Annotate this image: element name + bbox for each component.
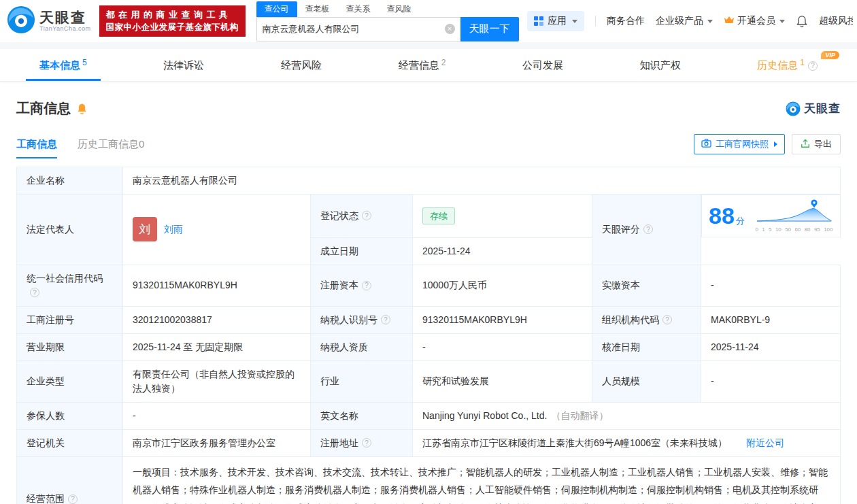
- tianyancha-logo[interactable]: 天眼查 TianYanCha.com: [7, 5, 91, 37]
- nav-enterprise[interactable]: 企业级产品: [656, 15, 713, 27]
- field-value-industry: 研究和试验发展: [413, 360, 592, 402]
- help-icon[interactable]: [30, 288, 39, 297]
- field-value-paid-capital: -: [701, 265, 841, 306]
- field-label-reg-capital: 注册资本: [311, 265, 413, 306]
- search-tab-relation[interactable]: 查关系: [338, 1, 379, 17]
- search-tabs: 查公司 查老板 查关系 查风险: [256, 1, 519, 17]
- field-label-company-name: 企业名称: [17, 167, 123, 195]
- official-snapshot-button[interactable]: 工商官网快照: [694, 134, 785, 154]
- nav-super-risk[interactable]: 超级风控: [819, 15, 853, 27]
- nav-cooperation[interactable]: 商务合作: [607, 15, 645, 27]
- search-tab-risk[interactable]: 查风险: [379, 1, 420, 17]
- field-value-reg-authority: 南京市江宁区政务服务管理办公室: [123, 429, 311, 456]
- chevron-right-icon: [774, 141, 777, 147]
- brand-name: 天眼查: [39, 10, 91, 25]
- apps-grid-icon: [534, 16, 543, 26]
- top-header: 天眼查 TianYanCha.com 都在用的商业查询工具 国家中小企业发展子基…: [0, 0, 857, 42]
- field-label-est-date: 成立日期: [311, 237, 413, 265]
- field-value-address: 江苏省南京市江宁区秣陵街道上秦淮大街69号A幢1006室（未来科技城）附近公司: [413, 429, 841, 456]
- search-tab-boss[interactable]: 查老板: [297, 1, 338, 17]
- tab-legal-proceedings[interactable]: 法律诉讼: [163, 49, 204, 81]
- field-value-org-code: MAK0RBYL-9: [701, 306, 841, 333]
- chevron-down-icon: [779, 20, 785, 23]
- auto-translate-note: （自动翻译）: [551, 410, 608, 421]
- tab-operating-info[interactable]: 经营信息2: [399, 49, 446, 81]
- chevron-down-icon: [572, 20, 577, 23]
- tab-count: 1: [800, 58, 805, 67]
- field-value-est-date: 2025-11-24: [413, 237, 592, 265]
- table-row: 工商注册号 320121002038817 纳税人识别号 91320115MAK…: [17, 306, 841, 333]
- divider: [595, 16, 596, 27]
- help-icon[interactable]: [68, 494, 78, 504]
- help-icon[interactable]: [643, 224, 653, 234]
- help-icon[interactable]: [362, 211, 371, 220]
- help-icon[interactable]: [362, 281, 371, 290]
- score-unit: 分: [736, 216, 745, 226]
- clear-search-icon[interactable]: ×: [445, 24, 455, 34]
- field-value-insured: -: [123, 402, 311, 429]
- subtab-history-business-info[interactable]: 历史工商信息0: [78, 138, 144, 158]
- table-row: 统一社会信用代码 91320115MAK0RBYL9H 注册资本 10000万人…: [17, 265, 841, 306]
- tab-history-info[interactable]: 历史信息1 VIP: [757, 49, 818, 81]
- tianyancha-logo-icon: [7, 5, 35, 37]
- field-value-score: 88分: [701, 195, 841, 237]
- help-icon[interactable]: [808, 61, 818, 71]
- field-value-taxpayer-id: 91320115MAK0RBYL9H: [413, 306, 592, 333]
- legal-rep-name-link[interactable]: 刘雨: [164, 222, 183, 237]
- tab-operating-risk[interactable]: 经营风险: [281, 49, 322, 81]
- field-label-en-name: 英文名称: [311, 402, 413, 429]
- field-value-credit-code: 91320115MAK0RBYL9H: [123, 265, 311, 306]
- field-label-credit-code: 统一社会信用代码: [17, 265, 123, 306]
- field-value-term: 2025-11-24 至 无固定期限: [123, 333, 311, 360]
- field-label-score: 天眼评分: [592, 195, 701, 265]
- tab-company-development[interactable]: 公司发展: [522, 49, 563, 81]
- apps-menu[interactable]: 应用: [527, 11, 584, 31]
- status-badge: 存续: [422, 207, 455, 225]
- tab-count: 5: [82, 58, 87, 67]
- tab-intellectual-property[interactable]: 知识产权: [640, 49, 681, 81]
- slogan-badge: 都在用的商业查询工具 国家中小企业发展子基金旗下机构: [99, 5, 246, 37]
- field-label-legal-rep: 法定代表人: [17, 195, 123, 265]
- search-input[interactable]: [263, 24, 445, 34]
- chevron-down-icon: [707, 20, 713, 23]
- field-value-legal-rep: 刘 刘雨: [123, 195, 311, 265]
- nearby-companies-link[interactable]: 附近公司: [746, 437, 784, 448]
- monitor-bell-icon[interactable]: [76, 103, 88, 115]
- section-watermark-logo: 天眼查: [786, 101, 841, 116]
- crown-icon: [724, 16, 735, 27]
- search-tab-company[interactable]: 查公司: [256, 1, 297, 17]
- field-label-taxpayer-id: 纳税人识别号: [311, 306, 413, 333]
- field-label-reg-authority: 登记机关: [17, 429, 123, 456]
- search-input-wrap: ×: [256, 17, 460, 41]
- field-label-insured: 参保人数: [17, 402, 123, 429]
- field-value-en-name: Nanjing Yunyi Robot Co., Ltd.（自动翻译）: [413, 402, 841, 429]
- export-button[interactable]: 导出: [792, 134, 841, 154]
- field-label-reg-no: 工商注册号: [17, 306, 123, 333]
- table-row: 参保人数 - 英文名称 Nanjing Yunyi Robot Co., Ltd…: [17, 402, 841, 429]
- camera-icon: [701, 139, 711, 150]
- field-value-reg-status: 存续: [413, 195, 592, 238]
- table-row: 法定代表人 刘 刘雨 登记状态 存续 天眼评分 88分: [17, 195, 841, 238]
- search-button[interactable]: 天眼一下: [460, 17, 519, 41]
- field-label-staff-size: 人员规模: [592, 360, 701, 402]
- tab-basic-info[interactable]: 基本信息5: [39, 49, 87, 81]
- help-icon[interactable]: [381, 315, 390, 324]
- nav-vip[interactable]: 开通会员: [724, 15, 785, 27]
- section-title: 工商信息: [16, 99, 71, 118]
- notification-bell-icon[interactable]: [796, 15, 808, 28]
- help-icon[interactable]: [362, 438, 371, 448]
- score-value: 88: [709, 203, 735, 229]
- help-icon[interactable]: [662, 315, 672, 324]
- company-tabbar: 基本信息5 法律诉讼 经营风险 经营信息2 公司发展 知识产权 历史信息1 VI…: [0, 49, 857, 82]
- section-header: 工商信息 天眼查: [16, 99, 841, 118]
- field-label-scope: 经营范围: [17, 456, 123, 504]
- field-label-reg-status: 登记状态: [311, 195, 413, 238]
- vip-badge: VIP: [821, 51, 839, 59]
- table-row: 经营范围 一般项目：技术服务、技术开发、技术咨询、技术交流、技术转让、技术推广；…: [17, 456, 841, 504]
- field-label-taxpayer-quality: 纳税人资质: [311, 333, 413, 360]
- field-label-company-type: 企业类型: [17, 360, 123, 402]
- table-row: 营业期限 2025-11-24 至 无固定期限 纳税人资质 - 核准日期 202…: [17, 333, 841, 360]
- score-distribution-chart: 0151050608095100: [756, 198, 833, 234]
- field-value-reg-no: 320121002038817: [123, 306, 311, 333]
- subtab-business-info[interactable]: 工商信息: [16, 138, 57, 158]
